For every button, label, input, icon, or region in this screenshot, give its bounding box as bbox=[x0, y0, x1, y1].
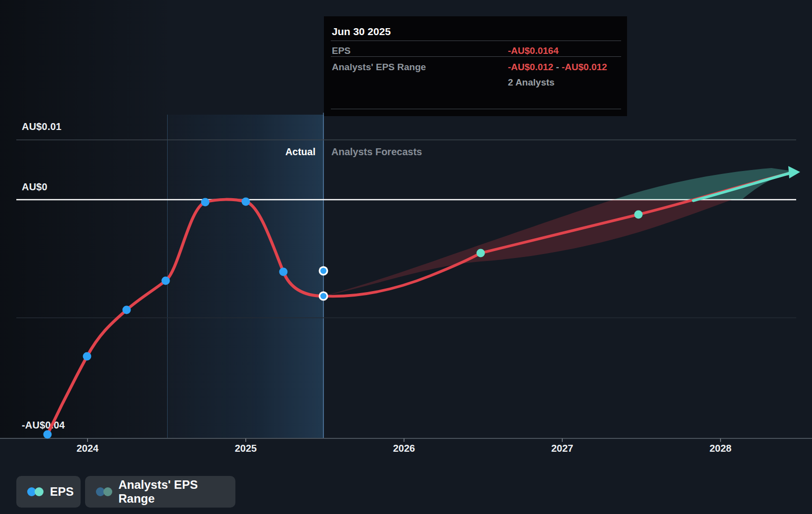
tooltip-eps-label: EPS bbox=[332, 45, 351, 56]
hovered-eps-point[interactable] bbox=[319, 292, 328, 301]
x-axis-label-2025: 2025 bbox=[235, 443, 257, 454]
tooltip-divider bbox=[331, 109, 621, 109]
eps-point[interactable] bbox=[201, 198, 210, 207]
tooltip-date: Jun 30 2025 bbox=[332, 26, 391, 38]
tooltip-range-separator: - bbox=[553, 62, 562, 72]
eps-line-actual bbox=[47, 200, 323, 434]
legend-range-label: Analysts' EPS Range bbox=[118, 478, 235, 506]
x-axis-label-2024: 2024 bbox=[77, 443, 99, 454]
forecast-arrowhead bbox=[788, 166, 800, 178]
hovered-range-point[interactable] bbox=[319, 266, 328, 276]
eps-point[interactable] bbox=[279, 268, 288, 276]
eps-forecast-chart: { "y_axis": { "labels": ["AU$0.01", "AU$… bbox=[0, 0, 812, 514]
tooltip-range-label: Analysts' EPS Range bbox=[332, 62, 426, 73]
tooltip-analyst-count: 2 Analysts bbox=[508, 77, 554, 88]
eps-point[interactable] bbox=[162, 277, 170, 285]
tooltip-divider bbox=[331, 56, 621, 57]
range-band-positive bbox=[613, 168, 795, 200]
eps-point[interactable] bbox=[44, 430, 52, 439]
legend-item-analysts-eps-range[interactable]: Analysts' EPS Range bbox=[85, 476, 235, 508]
x-axis-label-2026: 2026 bbox=[393, 443, 415, 454]
eps-point[interactable] bbox=[123, 306, 131, 314]
legend-eps-label: EPS bbox=[50, 485, 74, 499]
tooltip-range-value: -AU$0.012 - -AU$0.012 bbox=[508, 62, 607, 73]
x-axis-label-2027: 2027 bbox=[551, 443, 574, 454]
tooltip-divider bbox=[331, 41, 621, 41]
eps-legend-icon bbox=[27, 487, 44, 497]
eps-point[interactable] bbox=[83, 352, 91, 361]
actual-phase-label: Actual bbox=[285, 146, 316, 158]
range-legend-icon bbox=[96, 487, 112, 497]
range-band-negative bbox=[324, 200, 732, 296]
tooltip-range-high: -AU$0.012 bbox=[562, 62, 607, 72]
hover-tooltip: Jun 30 2025 EPS -AU$0.0164 Analysts' EPS… bbox=[324, 16, 627, 116]
tooltip-range-low: -AU$0.012 bbox=[508, 62, 553, 72]
legend-item-eps[interactable]: EPS bbox=[16, 476, 81, 508]
forecast-point[interactable] bbox=[634, 211, 643, 219]
x-axis-ticks bbox=[88, 438, 721, 442]
forecast-phase-label: Analysts Forecasts bbox=[331, 146, 422, 158]
x-axis-label-2028: 2028 bbox=[710, 443, 732, 454]
tooltip-eps-value: -AU$0.0164 bbox=[508, 45, 558, 56]
forecast-point[interactable] bbox=[477, 249, 485, 257]
eps-point[interactable] bbox=[242, 198, 250, 206]
